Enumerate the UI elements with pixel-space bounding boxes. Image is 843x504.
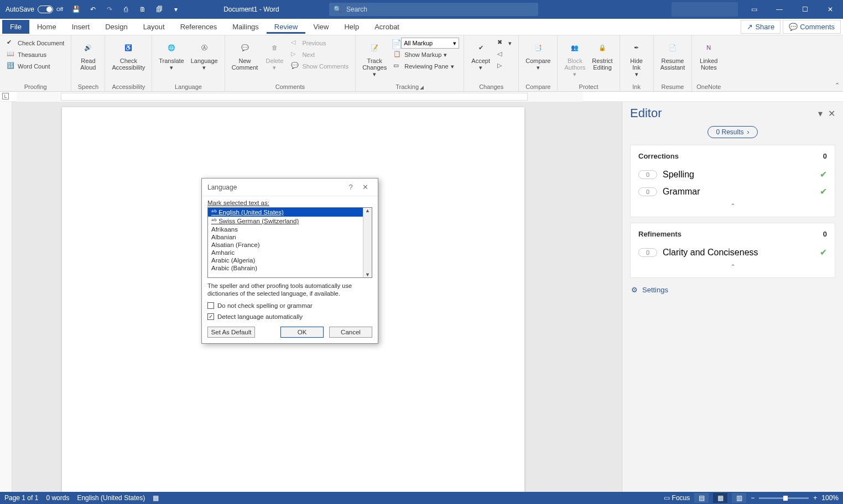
- set-default-button[interactable]: Set As Default: [207, 327, 255, 338]
- tab-selector[interactable]: L: [2, 93, 9, 99]
- next-comment-button[interactable]: ▷Next: [289, 49, 351, 60]
- language-option[interactable]: Alsatian (France): [208, 241, 363, 249]
- dialog-help-icon[interactable]: ?: [344, 183, 358, 191]
- zoom-level[interactable]: 100%: [821, 494, 839, 502]
- autosave-toggle[interactable]: AutoSave Off: [2, 6, 66, 13]
- dialog-close-icon[interactable]: ✕: [358, 183, 372, 191]
- read-aloud-button[interactable]: 🔊Read Aloud: [76, 38, 100, 83]
- no-check-checkbox[interactable]: Do not check spelling or grammar: [207, 302, 372, 309]
- undo-icon[interactable]: ↶: [86, 3, 100, 16]
- thesaurus-button[interactable]: 📖Thesaurus: [4, 49, 66, 60]
- tab-insert[interactable]: Insert: [64, 20, 98, 34]
- tab-references[interactable]: References: [173, 20, 225, 34]
- scroll-up-icon[interactable]: ▲: [365, 208, 370, 213]
- list-scrollbar[interactable]: ▲▼: [363, 208, 372, 277]
- tracking-dialog-launcher[interactable]: ◢: [420, 85, 424, 90]
- grammar-item[interactable]: 0Grammar✔: [638, 183, 827, 200]
- tab-home[interactable]: Home: [29, 20, 64, 34]
- language-option[interactable]: ᵃᵇ Swiss German (Switzerland): [208, 217, 363, 225]
- print-layout-icon[interactable]: ▦: [713, 493, 727, 503]
- tab-review[interactable]: Review: [267, 20, 306, 34]
- web-layout-icon[interactable]: ▥: [732, 493, 746, 503]
- tab-view[interactable]: View: [305, 20, 336, 34]
- macro-status-icon[interactable]: ▦: [153, 494, 159, 502]
- cancel-button[interactable]: Cancel: [329, 327, 372, 338]
- read-mode-icon[interactable]: ▤: [694, 493, 709, 503]
- translate-button[interactable]: 🌐Translate▾: [157, 38, 186, 83]
- language-option[interactable]: Arabic (Algeria): [208, 256, 363, 264]
- show-comments-button[interactable]: 💬Show Comments: [289, 61, 351, 72]
- language-option[interactable]: Amharic: [208, 249, 363, 256]
- qat-icon-1[interactable]: ⎙: [119, 3, 133, 16]
- next-change-button[interactable]: ▷: [495, 61, 514, 72]
- dialog-titlebar[interactable]: Language ? ✕: [202, 179, 378, 196]
- language-option[interactable]: Arabic (Bahrain): [208, 264, 363, 272]
- pane-options-icon[interactable]: ▾: [818, 108, 823, 119]
- file-tab[interactable]: File: [2, 20, 29, 34]
- vertical-ruler[interactable]: [0, 102, 12, 492]
- restrict-editing-button[interactable]: 🔒Restrict Editing: [590, 38, 615, 83]
- maximize-icon[interactable]: ☐: [792, 0, 818, 19]
- collapse-ribbon-icon[interactable]: ⌃: [835, 82, 840, 89]
- previous-comment-button[interactable]: ◁Previous: [289, 38, 351, 49]
- word-count-button[interactable]: 🔢Word Count: [4, 61, 66, 72]
- corrections-collapse[interactable]: ⌃: [638, 202, 827, 210]
- prev-change-button[interactable]: ◁: [495, 49, 514, 60]
- zoom-out-icon[interactable]: −: [751, 494, 754, 502]
- resume-assistant-button[interactable]: 📄Resume Assistant: [658, 38, 688, 83]
- language-status[interactable]: English (United States): [77, 494, 145, 502]
- accept-button[interactable]: ✔Accept▾: [469, 38, 493, 83]
- accept-icon: ✔: [472, 39, 490, 56]
- delete-comment-button[interactable]: 🗑Delete▾: [262, 38, 287, 83]
- save-icon[interactable]: 💾: [70, 3, 83, 16]
- word-count-status[interactable]: 0 words: [46, 494, 69, 502]
- clarity-item[interactable]: 0Clarity and Conciseness✔: [638, 244, 827, 261]
- qat-icon-2[interactable]: 🗎: [136, 3, 149, 16]
- reject-button[interactable]: ✖▾: [495, 38, 514, 49]
- show-markup-button[interactable]: 📋Show Markup ▾: [391, 49, 459, 60]
- linked-notes-button[interactable]: NLinked Notes: [696, 38, 721, 83]
- close-icon[interactable]: ✕: [818, 0, 843, 19]
- zoom-slider[interactable]: [759, 497, 809, 499]
- language-option[interactable]: Afrikaans: [208, 225, 363, 233]
- account-box[interactable]: [672, 2, 738, 17]
- qat-customize-icon[interactable]: ▾: [169, 3, 183, 16]
- editor-settings-button[interactable]: ⚙Settings: [630, 284, 835, 296]
- language-option[interactable]: Albanian: [208, 233, 363, 241]
- check-accessibility-button[interactable]: ♿Check Accessibility: [110, 38, 147, 83]
- pane-close-icon[interactable]: ✕: [828, 108, 835, 119]
- search-box[interactable]: 🔍 Search: [329, 3, 538, 16]
- tab-layout[interactable]: Layout: [136, 20, 173, 34]
- reviewing-pane-button[interactable]: ▭Reviewing Pane ▾: [391, 61, 459, 72]
- spelling-item[interactable]: 0Spelling✔: [638, 166, 827, 183]
- check-document-button[interactable]: ✔Check Document: [4, 38, 66, 49]
- refinements-collapse[interactable]: ⌃: [638, 263, 827, 271]
- language-button[interactable]: ⒶLanguage▾: [189, 38, 220, 83]
- compare-button[interactable]: 📑Compare▾: [523, 38, 553, 83]
- tab-design[interactable]: Design: [97, 20, 135, 34]
- tab-acrobat[interactable]: Acrobat: [367, 20, 407, 34]
- language-list[interactable]: ᵃᵇ English (United States)ᵃᵇ Swiss Germa…: [207, 207, 372, 278]
- hide-ink-button[interactable]: ✒Hide Ink▾: [625, 38, 649, 83]
- page-status[interactable]: Page 1 of 1: [4, 494, 38, 502]
- language-option[interactable]: ᵃᵇ English (United States): [208, 208, 363, 217]
- ok-button[interactable]: OK: [280, 327, 324, 338]
- tab-mailings[interactable]: Mailings: [225, 20, 267, 34]
- tab-help[interactable]: Help: [336, 20, 367, 34]
- ribbon-display-icon[interactable]: ▭: [741, 0, 767, 19]
- qat-icon-3[interactable]: 🗐: [153, 3, 166, 16]
- share-button[interactable]: ↗Share: [741, 20, 780, 34]
- redo-icon[interactable]: ↷: [103, 3, 116, 16]
- detect-checkbox[interactable]: ✓Detect language automatically: [207, 313, 372, 320]
- zoom-in-icon[interactable]: +: [813, 494, 817, 502]
- results-button[interactable]: 0 Results›: [707, 126, 757, 138]
- markup-dropdown[interactable]: All Markup▾: [401, 38, 459, 49]
- minimize-icon[interactable]: —: [767, 0, 792, 19]
- track-changes-button[interactable]: 📝Track Changes▾: [360, 38, 389, 83]
- scroll-down-icon[interactable]: ▼: [365, 272, 370, 277]
- new-comment-button[interactable]: 💬New Comment: [230, 38, 261, 83]
- focus-mode-button[interactable]: ▭Focus: [664, 494, 690, 502]
- comments-button[interactable]: 💬Comments: [783, 20, 841, 34]
- horizontal-ruler[interactable]: L: [0, 92, 843, 102]
- block-authors-button[interactable]: 👥Block Authors▾: [562, 38, 587, 83]
